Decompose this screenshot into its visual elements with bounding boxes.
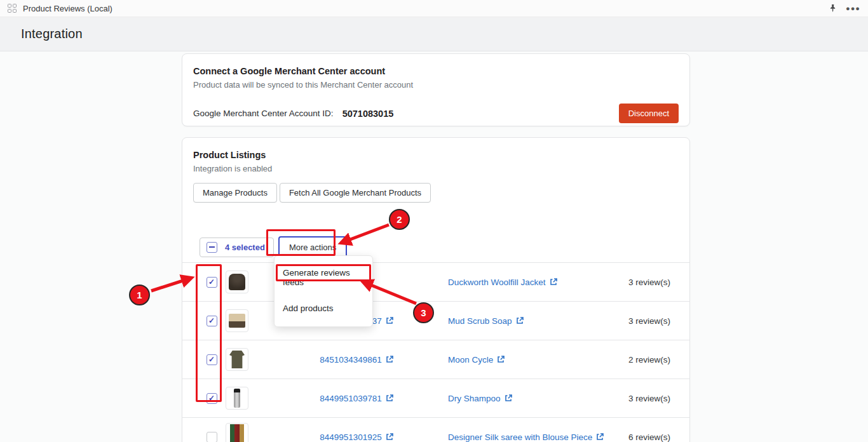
review-count: 3 review(s)	[617, 316, 689, 326]
product-image-jacket	[226, 271, 248, 293]
table-row: Duckworth Woolfill Jacket 3 review(s)	[182, 262, 689, 301]
table-row: 8449951039781 Dry Shampoo 3 review(s)	[182, 378, 689, 417]
table-row: 8451034349861 Moon Cycle 2 review(s)	[182, 340, 689, 378]
more-actions-menu: Generate reviews feeds Add products	[274, 255, 373, 327]
products-table: Duckworth Woolfill Jacket 3 review(s) 84…	[182, 262, 689, 442]
selected-count-label: 4 selected	[225, 243, 265, 252]
listings-card-subtitle: Integration is enabled	[193, 164, 679, 173]
row-checkbox[interactable]	[207, 277, 217, 288]
product-name-link[interactable]: Duckworth Woolfill Jacket	[448, 278, 546, 287]
review-count: 6 review(s)	[617, 432, 689, 442]
menu-item-add-products[interactable]: Add products	[275, 300, 372, 316]
product-image-soap	[226, 309, 248, 332]
product-listings-card: Product Listings Integration is enabled …	[182, 137, 690, 442]
product-image-saree	[226, 423, 248, 442]
product-name-link[interactable]: Moon Cycle	[448, 355, 493, 365]
select-all-checkbox[interactable]	[207, 242, 217, 253]
account-id-value: 5071083015	[342, 109, 394, 119]
topbar: Product Reviews (Local) ●●●	[0, 0, 868, 17]
bulk-actions-bar: 4 selected More actions	[200, 236, 689, 258]
row-checkbox[interactable]	[207, 354, 217, 365]
external-link-icon[interactable]	[550, 278, 557, 286]
page-header: Integration	[0, 17, 868, 51]
product-sku-link[interactable]: 8449951301925	[320, 432, 382, 442]
pin-icon[interactable]	[829, 4, 837, 13]
app-grid-icon	[8, 4, 17, 13]
listings-card-title: Product Listings	[193, 150, 679, 160]
product-name-link[interactable]: Mud Scrub Soap	[448, 316, 512, 326]
account-id-label: Google Merchant Center Account ID:	[193, 109, 334, 118]
annotation-step-1: 1	[129, 285, 150, 305]
overflow-menu-icon[interactable]: ●●●	[846, 5, 860, 12]
product-image-tshirt	[226, 348, 248, 371]
external-link-icon[interactable]	[386, 317, 393, 325]
external-link-icon[interactable]	[596, 433, 604, 441]
review-count: 2 review(s)	[617, 355, 689, 365]
app-title: Product Reviews (Local)	[23, 4, 112, 13]
product-image-bottle	[226, 387, 248, 410]
table-row: 8449951301925 Designer Silk saree with B…	[182, 417, 689, 442]
row-checkbox[interactable]	[207, 432, 217, 442]
external-link-icon[interactable]	[386, 356, 393, 363]
table-row: 8451034579237 Mud Scrub Soap 3 review(s)	[182, 301, 689, 340]
page-title: Integration	[21, 27, 83, 41]
product-sku-link[interactable]: 8451034349861	[320, 355, 382, 365]
product-sku-link[interactable]: 8449951039781	[320, 394, 382, 403]
review-count: 3 review(s)	[617, 278, 689, 287]
fetch-products-button[interactable]: Fetch All Google Merchant Products	[280, 183, 431, 203]
manage-products-button[interactable]: Manage Products	[193, 183, 277, 203]
merchant-center-card: Connect a Google Merchant Center account…	[182, 53, 690, 126]
external-link-icon[interactable]	[505, 394, 512, 402]
menu-item-generate-reviews-feeds[interactable]: Generate reviews feeds	[275, 265, 372, 290]
merchant-card-subtitle: Product data will be synced to this Merc…	[193, 80, 679, 90]
merchant-card-title: Connect a Google Merchant Center account	[193, 66, 679, 76]
row-checkbox[interactable]	[207, 316, 217, 326]
row-checkbox[interactable]	[207, 393, 217, 404]
external-link-icon[interactable]	[386, 433, 393, 441]
review-count: 3 review(s)	[617, 394, 689, 403]
product-name-link[interactable]: Dry Shampoo	[448, 394, 501, 403]
external-link-icon[interactable]	[386, 394, 393, 402]
external-link-icon[interactable]	[516, 317, 524, 325]
external-link-icon[interactable]	[497, 356, 505, 363]
disconnect-button[interactable]: Disconnect	[619, 104, 679, 123]
product-name-link[interactable]: Designer Silk saree with Blouse Piece	[448, 432, 592, 442]
